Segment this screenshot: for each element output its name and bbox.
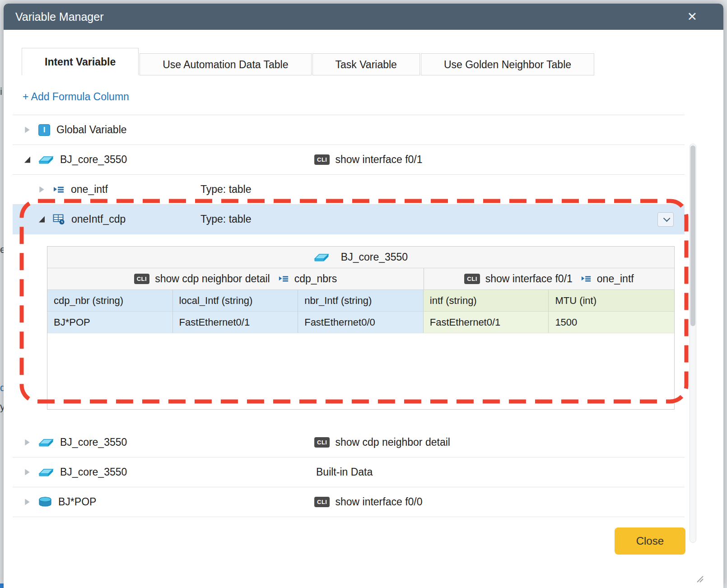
device-name: BJ_core_3550 <box>341 251 408 263</box>
table-variable-icon <box>278 275 289 283</box>
tree-row-bj-core-3550-intf[interactable]: BJ_core_3550 CLI show interface f0/1 <box>13 145 685 175</box>
tree-row-label: BJ*POP <box>58 496 96 508</box>
preview-table-column-headers: cdp_nbr (string) local_Intf (string) nbr… <box>47 290 674 312</box>
column-header-cell: cdp_nbr (string) <box>47 290 173 311</box>
tree-row-bj-core-3550-cdp[interactable]: BJ_core_3550 CLI show cdp neighbor detai… <box>13 428 685 457</box>
tree-row-label: oneIntf_cdp <box>71 213 126 225</box>
group-cli-text: show cdp neighbor detail <box>155 273 270 285</box>
tab-intent-variable[interactable]: Intent Variable <box>22 48 139 75</box>
tree-row-global-variable[interactable]: I Global Variable <box>13 115 685 145</box>
collapse-caret-icon[interactable] <box>24 157 30 163</box>
device-icon <box>38 467 54 478</box>
device-icon <box>314 252 329 263</box>
preview-table: BJ_core_3550 CLI show cdp neighbor detai… <box>47 246 675 410</box>
device-icon <box>38 154 54 165</box>
annotated-region: oneIntf_cdp Type: table <box>13 205 685 410</box>
group-cli-text: show interface f0/1 <box>485 273 573 285</box>
tree-row-label: Global Variable <box>56 124 127 136</box>
group-table-name: cdp_nbrs <box>294 273 337 285</box>
expand-caret-icon[interactable] <box>24 127 30 133</box>
add-formula-column-link[interactable]: + Add Formula Column <box>23 91 129 103</box>
backdrop-text-fragment: i <box>0 86 2 98</box>
variable-type-text: Type: table <box>200 213 252 225</box>
tree-row-bj-pop[interactable]: BJ*POP CLI show interface f0/0 <box>13 487 685 517</box>
tab-task-variable[interactable]: Task Variable <box>312 53 420 75</box>
global-variable-icon: I <box>38 124 50 136</box>
data-cell: BJ*POP <box>47 312 173 333</box>
device-icon <box>38 437 54 448</box>
group-cdp-nbrs: CLI show cdp neighbor detail cdp <box>47 268 424 289</box>
scrollbar-thumb[interactable] <box>690 145 695 326</box>
table-variable-icon <box>53 185 65 194</box>
tab-use-golden-neighbor-table[interactable]: Use Golden Neighbor Table <box>421 53 594 75</box>
table-variable-icon <box>581 275 592 283</box>
chevron-down-icon <box>663 215 670 222</box>
builtin-data-text: Built-in Data <box>316 466 373 478</box>
cli-badge: CLI <box>134 274 149 284</box>
dialog-title: Variable Manager <box>15 10 103 23</box>
cli-command-text: show interface f0/1 <box>335 154 422 166</box>
tree-row-label: BJ_core_3550 <box>60 466 127 478</box>
column-header-cell: intf (string) <box>424 290 549 311</box>
data-cell: FastEthernet0/1 <box>173 312 298 333</box>
tree-row-one-intf[interactable]: one_intf Type: table <box>13 175 685 205</box>
cli-badge: CLI <box>314 437 330 448</box>
scrollbar[interactable] <box>690 144 696 543</box>
preview-table-group-header: CLI show cdp neighbor detail cdp <box>47 268 674 290</box>
cli-command: CLI show interface f0/1 <box>314 154 423 166</box>
tab-bar: Intent Variable Use Automation Data Tabl… <box>4 30 723 75</box>
group-table-name: one_intf <box>597 273 634 285</box>
variable-type-text: Type: table <box>200 183 252 196</box>
collapse-panel-button[interactable] <box>657 212 674 227</box>
variable-manager-dialog: Variable Manager ✕ Intent Variable Use A… <box>4 4 723 588</box>
data-cell: FastEthernet0/1 <box>424 312 549 333</box>
dialog-body: Intent Variable Use Automation Data Tabl… <box>4 30 723 588</box>
cli-command-text: show cdp neighbor detail <box>335 436 450 448</box>
table-clock-icon <box>53 214 65 225</box>
expand-caret-icon[interactable] <box>24 499 30 505</box>
router-icon <box>38 496 52 508</box>
tree-row-label: BJ_core_3550 <box>60 436 127 448</box>
preview-table-empty-area <box>47 333 674 409</box>
cli-command-text: show interface f0/0 <box>335 496 422 508</box>
tree-row-oneintf-cdp[interactable]: oneIntf_cdp Type: table <box>13 205 685 234</box>
tree-row-bj-core-3550-builtin[interactable]: BJ_core_3550 Built-in Data <box>13 457 685 487</box>
group-one-intf: CLI show interface f0/1 one_intf <box>424 268 674 289</box>
collapse-caret-icon[interactable] <box>39 216 45 223</box>
column-header-cell: MTU (int) <box>549 290 674 311</box>
cli-command: CLI show interface f0/0 <box>314 496 423 508</box>
variable-tree: I Global Variable BJ_core_3550 CLI show … <box>13 115 685 517</box>
preview-table-device-header: BJ_core_3550 <box>47 247 674 268</box>
resize-handle-icon[interactable] <box>695 574 704 584</box>
expand-caret-icon[interactable] <box>24 439 30 446</box>
data-cell: 1500 <box>549 312 674 333</box>
cli-badge: CLI <box>464 274 480 284</box>
data-cell: FastEthernet0/0 <box>298 312 424 333</box>
column-header-cell: local_Intf (string) <box>173 290 298 311</box>
tree-row-label: one_intf <box>71 183 108 196</box>
cli-command: CLI show cdp neighbor detail <box>314 436 450 448</box>
tree-row-label: BJ_core_3550 <box>60 154 127 166</box>
preview-table-data-row: BJ*POP FastEthernet0/1 FastEthernet0/0 F… <box>47 312 674 333</box>
column-header-cell: nbr_Intf (string) <box>298 290 424 311</box>
cli-badge: CLI <box>314 497 330 507</box>
cli-badge: CLI <box>314 154 330 165</box>
close-button[interactable]: Close <box>615 527 685 555</box>
close-icon[interactable]: ✕ <box>687 11 697 23</box>
expand-caret-icon[interactable] <box>39 187 45 193</box>
dialog-titlebar: Variable Manager ✕ <box>4 4 723 30</box>
tab-use-automation-data-table[interactable]: Use Automation Data Table <box>140 53 311 75</box>
expand-caret-icon[interactable] <box>24 469 30 476</box>
